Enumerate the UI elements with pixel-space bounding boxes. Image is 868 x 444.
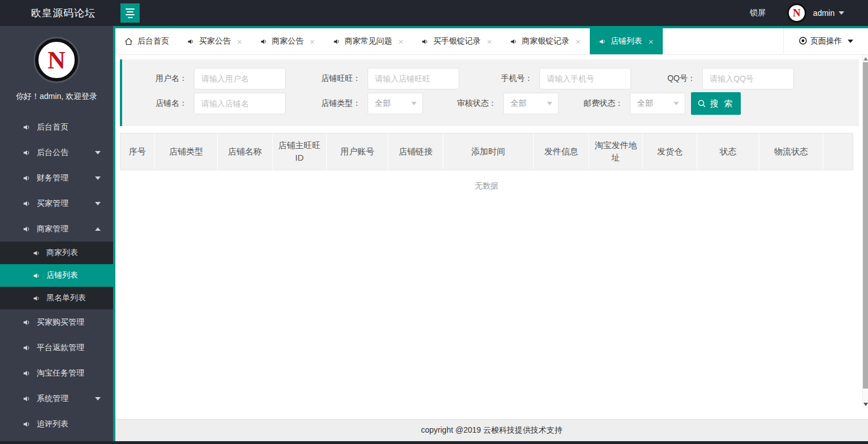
tab[interactable]: 商家常见问题 ×: [324, 28, 413, 54]
accent-line-vertical: [113, 26, 115, 441]
avatar[interactable]: N: [787, 3, 806, 23]
form-field: 用户名：: [122, 68, 286, 89]
table-header-cell: 店铺主旺旺ID: [273, 133, 327, 170]
table-header-cell: 添加时间: [443, 133, 534, 170]
sidebar-subitem-label: 黑名单列表: [46, 293, 86, 303]
sidebar-item-label: 商家管理: [37, 224, 68, 234]
speaker-icon: [599, 38, 606, 45]
close-icon[interactable]: ×: [237, 37, 242, 46]
field-label: 审核状态：: [443, 98, 503, 109]
table-header-cell: 发货仓: [643, 133, 697, 170]
sidebar-item-label: 财务管理: [37, 173, 68, 183]
table-header-cell: 店铺名称: [218, 133, 273, 170]
chevron-down-icon[interactable]: [839, 11, 844, 15]
sidebar-menu-item[interactable]: 追评列表: [0, 411, 113, 437]
tab[interactable]: 商家银锭记录 ×: [501, 28, 590, 54]
username[interactable]: admin: [813, 8, 835, 18]
sidebar-menu-item[interactable]: 系统管理: [0, 386, 113, 411]
speaker-icon: [23, 369, 31, 377]
select-dropdown[interactable]: 全部: [368, 93, 423, 114]
scroll-up-arrow-icon[interactable]: [863, 57, 868, 61]
chevron-down-icon: [673, 102, 679, 105]
close-icon[interactable]: ×: [310, 37, 315, 46]
field-label: 店铺名：: [122, 98, 194, 109]
tab[interactable]: 店铺列表 ×: [590, 28, 663, 54]
chevron-down-icon: [95, 202, 101, 205]
sidebar-menu-item[interactable]: 商家管理: [0, 216, 113, 242]
tab[interactable]: 买家公告 ×: [178, 28, 251, 54]
bottom-edge: [0, 441, 868, 444]
field-label: 店铺类型：: [303, 98, 368, 109]
close-icon[interactable]: ×: [649, 37, 654, 46]
page-operations-label: 页面操作: [810, 36, 842, 46]
speaker-icon: [187, 38, 195, 45]
vertical-scrollbar[interactable]: [862, 55, 868, 408]
page-operations-button[interactable]: 页面操作: [783, 28, 868, 54]
text-input[interactable]: [368, 68, 459, 89]
sidebar-menu-item[interactable]: 平台返款管理: [0, 335, 113, 360]
scroll-down-arrow-icon[interactable]: [863, 403, 868, 406]
accent-line-horizontal: [113, 26, 868, 28]
search-filter-panel: 用户名： 店铺旺旺： 手机号： QQ号： 店铺名： 店铺类型： 全部 审核状态：…: [120, 59, 859, 126]
field-label: 店铺旺旺：: [303, 74, 368, 84]
close-icon[interactable]: ×: [576, 37, 581, 46]
text-input[interactable]: [194, 68, 286, 89]
sidebar-menu-item[interactable]: 财务管理: [0, 165, 113, 191]
form-field: 店铺类型： 全部: [286, 93, 423, 114]
speaker-icon: [23, 123, 31, 131]
chevron-down-icon: [547, 102, 552, 105]
sidebar-menu-item[interactable]: 买家管理: [0, 191, 113, 216]
text-input[interactable]: [702, 68, 794, 89]
tab-label: 商家公告: [272, 36, 304, 46]
sidebar-submenu-item[interactable]: 店铺列表: [0, 264, 113, 287]
tab-label: 买手银锭记录: [433, 36, 481, 46]
tab-bar: 后台首页 买家公告 × 商家公告 × 商家常见问题 × 买手银锭记录 ×: [115, 28, 868, 55]
menu-toggle-button[interactable]: [120, 3, 140, 23]
select-dropdown[interactable]: 全部: [630, 93, 685, 114]
text-input[interactable]: [194, 93, 286, 114]
greeting-text: 你好！admin, 欢迎登录: [0, 92, 113, 102]
close-icon[interactable]: ×: [399, 37, 404, 46]
speaker-icon: [23, 395, 31, 403]
chevron-up-icon: [95, 227, 101, 231]
lock-screen-button[interactable]: 锁屏: [750, 8, 766, 18]
close-icon[interactable]: ×: [487, 37, 492, 46]
sidebar-menu-item[interactable]: 买家购买管理: [0, 309, 113, 335]
scrollbar-thumb[interactable]: [863, 62, 868, 389]
sidebar-item-label: 买家管理: [37, 199, 68, 209]
tab[interactable]: 商家公告 ×: [251, 28, 324, 54]
chevron-down-icon: [95, 397, 101, 400]
sidebar-item-label: 淘宝任务管理: [37, 368, 84, 378]
tab-label: 商家常见问题: [345, 36, 392, 46]
sidebar-menu-item[interactable]: 后台首页: [0, 114, 113, 140]
chevron-down-icon: [95, 151, 101, 154]
sidebar-submenu-item[interactable]: 黑名单列表: [0, 287, 113, 309]
select-value: 全部: [637, 98, 653, 109]
sidebar-menu-item[interactable]: 后台公告: [0, 140, 113, 165]
data-table: 序号店铺类型店铺名称店铺主旺旺ID用户账号店铺链接添加时间发件信息淘宝发件地址发…: [120, 133, 853, 202]
select-dropdown[interactable]: 全部: [503, 93, 559, 114]
tab-label: 店铺列表: [611, 36, 642, 46]
field-label: 用户名：: [122, 74, 194, 84]
form-field: QQ号：: [631, 68, 794, 89]
speaker-icon: [23, 420, 31, 428]
speaker-icon: [33, 272, 40, 279]
submenu: 商家列表 店铺列表 黑名单列表: [0, 242, 113, 309]
table-header-cell: 用户账号: [327, 133, 388, 170]
logo: N: [35, 38, 78, 81]
tab[interactable]: 买手银锭记录 ×: [412, 28, 501, 54]
chevron-down-icon: [95, 176, 101, 180]
sidebar-submenu-item[interactable]: 商家列表: [0, 242, 113, 264]
sidebar-menu-item[interactable]: 淘宝任务管理: [0, 360, 113, 386]
tab[interactable]: 后台首页: [115, 28, 178, 54]
table-header-cell: 物流状态: [759, 133, 823, 170]
top-navbar: 欧皇源码论坛 锁屏 N admin: [0, 0, 868, 26]
search-button-label: 搜 索: [710, 98, 734, 109]
form-field: 店铺旺旺：: [286, 68, 459, 89]
text-input[interactable]: [539, 68, 631, 89]
sidebar-item-label: 平台返款管理: [37, 343, 84, 353]
table-header-cell: 店铺类型: [155, 133, 218, 170]
select-value: 全部: [511, 98, 526, 109]
search-button[interactable]: 搜 索: [691, 92, 741, 115]
sidebar-item-label: 后台首页: [37, 122, 68, 132]
